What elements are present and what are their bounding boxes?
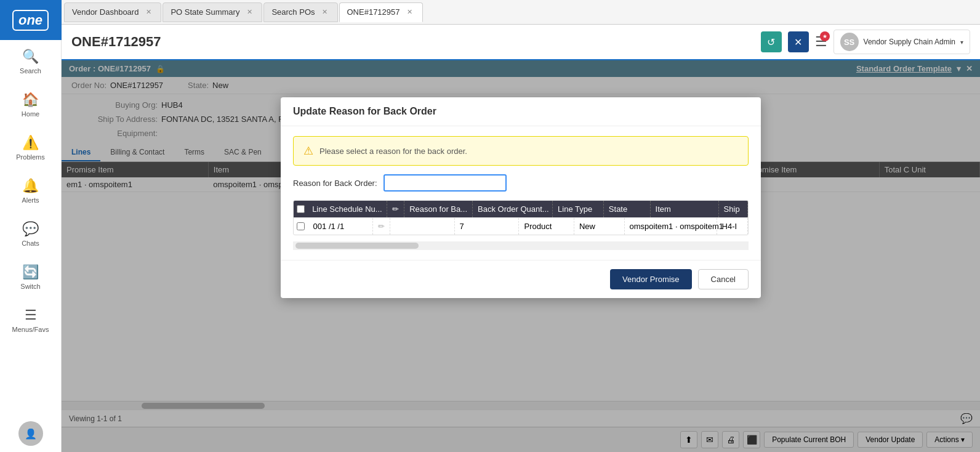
modal-body: ⚠ Please select a reason for the back or… (281, 126, 761, 260)
row-checkbox-col (294, 218, 308, 235)
header-ship-col: Ship (719, 201, 748, 217)
cancel-button[interactable]: Cancel (698, 269, 749, 289)
sidebar-label-search: Search (20, 67, 41, 75)
row-checkbox[interactable] (297, 222, 305, 230)
user-role: Vendor Supply Chain Admin (864, 38, 955, 46)
sidebar-label-menus: Menus/Favs (12, 326, 49, 333)
modal-scroll-thumb (295, 243, 419, 249)
notification-badge: ★ (820, 31, 830, 41)
reason-field-row: Reason for Back Order: (293, 174, 749, 192)
content-area: Order : ONE#1712957 🔒 Standard Order Tem… (62, 60, 980, 452)
sidebar-label-home: Home (22, 110, 39, 118)
cell-reason (390, 218, 455, 235)
refresh-button[interactable]: ↺ (761, 31, 782, 52)
tab-close-search-pos[interactable]: ✕ (320, 7, 330, 17)
header-bar: ONE#1712957 ↺ ✕ ☰ ★ SS Vendor Supply Cha… (62, 25, 980, 60)
sidebar-item-alerts[interactable]: 🔔 Alerts (0, 169, 61, 212)
warning-icon: ⚠ (303, 144, 313, 158)
sidebar-item-menus[interactable]: ☰ Menus/Favs (0, 299, 61, 342)
header-line-schedule: Line Schedule Nu... (307, 201, 387, 217)
cell-state: New (574, 218, 625, 235)
chats-icon: 💬 (22, 221, 39, 237)
main-area: Vendor Dashboard ✕ PO State Summary ✕ Se… (62, 0, 980, 452)
sidebar-item-chats[interactable]: 💬 Chats (0, 212, 61, 256)
search-icon: 🔍 (22, 49, 39, 65)
header-line-type-col: Line Type (553, 201, 604, 217)
tab-one-1712957[interactable]: ONE#1712957 ✕ (339, 2, 423, 22)
update-reason-modal: Update Reason for Back Order ⚠ Please se… (281, 97, 761, 298)
alerts-icon: 🔔 (22, 178, 39, 194)
home-icon: 🏠 (22, 92, 39, 108)
modal-title: Update Reason for Back Order (281, 97, 761, 126)
tab-po-state-summary[interactable]: PO State Summary ✕ (163, 2, 262, 22)
logo-text: one (12, 10, 49, 31)
modal-grid-header: Line Schedule Nu... ✏ Reason for Ba... B… (294, 201, 748, 217)
reason-input[interactable] (384, 174, 507, 192)
warning-message: Please select a reason for the back orde… (319, 147, 467, 156)
sidebar-item-home[interactable]: 🏠 Home (0, 83, 61, 126)
sidebar-label-problems: Problems (16, 153, 44, 161)
tab-close-po-state-summary[interactable]: ✕ (244, 7, 254, 17)
header-checkbox-col (294, 201, 307, 217)
sidebar-item-search[interactable]: 🔍 Search (0, 40, 61, 83)
user-area[interactable]: SS Vendor Supply Chain Admin ▾ (833, 30, 970, 54)
header-actions: ↺ ✕ ☰ ★ SS Vendor Supply Chain Admin ▾ (761, 30, 970, 54)
cell-ship: H4-I (717, 218, 748, 235)
cell-edit[interactable]: ✏ (373, 218, 390, 235)
cell-line-type: Product (519, 218, 574, 235)
sidebar-label-chats: Chats (22, 240, 39, 247)
reason-label: Reason for Back Order: (293, 179, 377, 188)
notification-area[interactable]: ☰ ★ (815, 34, 827, 50)
header-boq-col: Back Order Quant... (473, 201, 553, 217)
tab-label-po-state-summary: PO State Summary (171, 7, 239, 17)
sidebar-item-problems[interactable]: ⚠️ Problems (0, 126, 61, 169)
switch-icon: 🔄 (22, 264, 39, 280)
menus-icon: ☰ (25, 307, 37, 323)
tab-search-pos[interactable]: Search POs ✕ (263, 2, 337, 22)
chevron-down-icon: ▾ (960, 39, 963, 46)
tab-label-vendor-dashboard: Vendor Dashboard (72, 7, 139, 17)
tab-close-vendor-dashboard[interactable]: ✕ (143, 7, 153, 17)
header-edit-col: ✏ (387, 201, 404, 217)
cell-item: omspoitem1 · omspoitem1 (625, 218, 717, 235)
user-avatar[interactable]: 👤 (18, 421, 43, 446)
tab-close-one-1712957[interactable]: ✕ (405, 7, 415, 17)
sidebar: one 🔍 Search 🏠 Home ⚠️ Problems 🔔 Alerts… (0, 0, 62, 452)
modal-scrollbar[interactable] (293, 241, 749, 250)
header-reason-col: Reason for Ba... (404, 201, 473, 217)
problems-icon: ⚠️ (22, 135, 39, 151)
sidebar-label-switch: Switch (20, 283, 40, 290)
select-all-checkbox[interactable] (297, 205, 305, 213)
vendor-promise-button[interactable]: Vendor Promise (610, 269, 692, 289)
tab-bar: Vendor Dashboard ✕ PO State Summary ✕ Se… (62, 0, 980, 25)
header-state-col: State (604, 201, 651, 217)
close-order-button[interactable]: ✕ (788, 31, 809, 52)
cell-line-schedule: 001 /1 /1 (308, 218, 373, 235)
modal-grid-row: 001 /1 /1 ✏ 7 Product New omspoitem1 · o… (294, 217, 748, 235)
header-item-col: Item (651, 201, 719, 217)
tab-vendor-dashboard[interactable]: Vendor Dashboard ✕ (64, 2, 161, 22)
tab-label-search-pos: Search POs (271, 7, 315, 17)
sidebar-bottom: 👤 (18, 421, 43, 452)
sidebar-label-alerts: Alerts (22, 196, 39, 204)
modal-footer: Vendor Promise Cancel (281, 260, 761, 298)
modal-overlay: Update Reason for Back Order ⚠ Please se… (62, 60, 980, 452)
tab-label-one-1712957: ONE#1712957 (347, 7, 400, 17)
app-logo[interactable]: one (0, 0, 62, 40)
user-initials: SS (840, 33, 859, 51)
modal-grid: Line Schedule Nu... ✏ Reason for Ba... B… (293, 200, 749, 235)
warning-banner: ⚠ Please select a reason for the back or… (293, 136, 749, 166)
cell-boq: 7 (455, 218, 520, 235)
page-title: ONE#1712957 (71, 34, 761, 50)
sidebar-item-switch[interactable]: 🔄 Switch (0, 256, 61, 299)
